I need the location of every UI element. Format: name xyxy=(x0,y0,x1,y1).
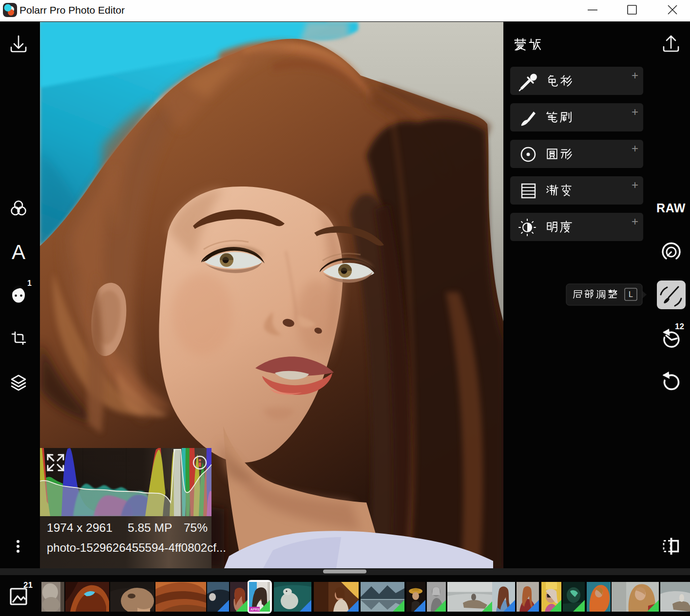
svg-text:Polarr Pro Photo Editor: Polarr Pro Photo Editor xyxy=(19,4,125,16)
svg-text:+: + xyxy=(632,178,638,191)
svg-text:1: 1 xyxy=(27,279,32,287)
svg-text:photo-1529626455594-4ff0802cf.: photo-1529626455594-4ff0802cf... xyxy=(47,541,226,554)
svg-text:21: 21 xyxy=(23,580,33,590)
svg-text:+: + xyxy=(632,69,638,82)
svg-text:RAW: RAW xyxy=(656,201,686,215)
svg-text:75%: 75% xyxy=(184,521,208,534)
svg-text:5.85 MP: 5.85 MP xyxy=(128,521,172,534)
svg-text:1974 x 2961: 1974 x 2961 xyxy=(47,521,113,534)
svg-text:+: + xyxy=(632,142,638,155)
svg-text:+: + xyxy=(632,215,638,228)
svg-text:A: A xyxy=(12,241,25,263)
svg-text:+: + xyxy=(632,105,638,118)
svg-text:APRIL: APRIL xyxy=(250,608,260,611)
svg-text:12: 12 xyxy=(675,322,684,331)
svg-text:L: L xyxy=(629,290,633,299)
